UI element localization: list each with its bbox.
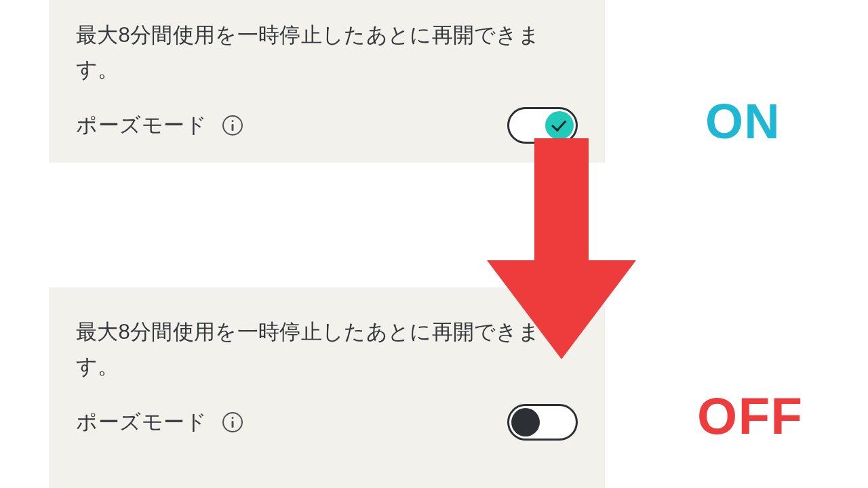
label-wrap: ポーズモード	[76, 111, 243, 140]
toggle-knob-off	[511, 408, 540, 436]
toggle-knob-on	[545, 111, 574, 140]
down-arrow-icon	[487, 138, 636, 359]
on-annotation-label: ON	[705, 94, 781, 149]
pause-mode-row: ポーズモード	[76, 404, 578, 441]
checkmark-icon	[551, 117, 566, 132]
pause-mode-description: 最大8分間使用を一時停止したあとに再開できます。	[76, 18, 578, 87]
pause-mode-label: ポーズモード	[76, 111, 208, 140]
label-wrap: ポーズモード	[76, 408, 243, 436]
pause-mode-toggle-off[interactable]	[507, 404, 578, 441]
pause-mode-label: ポーズモード	[76, 408, 208, 436]
info-icon[interactable]	[222, 115, 243, 136]
info-icon[interactable]	[222, 412, 243, 432]
off-annotation-label: OFF	[697, 386, 804, 445]
